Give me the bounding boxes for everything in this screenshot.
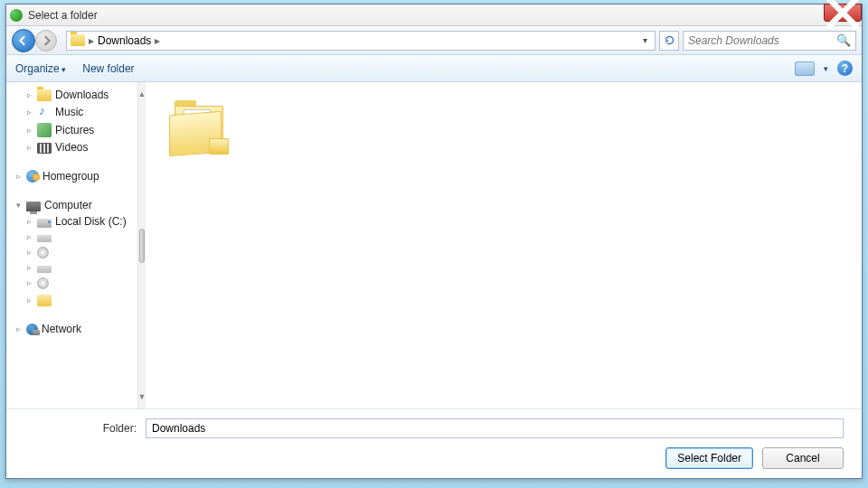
breadcrumb-current[interactable]: Downloads bbox=[98, 34, 151, 47]
navigation-tree: ▹Downloads ▹Music ▹Pictures ▹Videos ▹Hom… bbox=[6, 82, 138, 408]
disc-icon bbox=[37, 277, 49, 289]
sidebar-item-optical[interactable]: ▹ bbox=[8, 275, 136, 291]
sidebar-item-videos[interactable]: ▹Videos bbox=[8, 139, 136, 155]
help-button[interactable] bbox=[837, 61, 853, 76]
sidebar-item-label: Pictures bbox=[55, 124, 94, 136]
sidebar-item-drive[interactable]: ▹ bbox=[8, 260, 136, 275]
sidebar-item-drive[interactable]: ▹ bbox=[8, 230, 136, 244]
sidebar-item-label: Computer bbox=[44, 199, 92, 211]
chevron-down-icon[interactable]: ▾ bbox=[824, 64, 828, 73]
window-title: Select a folder bbox=[28, 9, 98, 22]
sidebar-item-homegroup[interactable]: ▹Homegroup bbox=[8, 168, 136, 184]
app-icon bbox=[10, 9, 23, 22]
view-options-button[interactable] bbox=[795, 61, 815, 76]
body: ▹Downloads ▹Music ▹Pictures ▹Videos ▹Hom… bbox=[6, 82, 862, 408]
drive-icon bbox=[37, 266, 52, 273]
refresh-button[interactable] bbox=[659, 31, 679, 51]
sidebar-item-downloads[interactable]: ▹Downloads bbox=[8, 86, 136, 103]
pictures-icon bbox=[37, 123, 52, 137]
new-folder-button[interactable]: New folder bbox=[82, 62, 134, 75]
breadcrumb[interactable]: ▸ Downloads ▸ ▾ bbox=[66, 31, 656, 51]
sidebar-item-music[interactable]: ▹Music bbox=[8, 103, 136, 121]
select-folder-button[interactable]: Select Folder bbox=[665, 447, 753, 469]
sidebar-item-label: Local Disk (C:) bbox=[55, 215, 127, 228]
network-icon bbox=[26, 324, 38, 335]
search-box[interactable]: 🔍 bbox=[683, 31, 856, 51]
folder-content[interactable] bbox=[146, 82, 862, 408]
toolbar: Organize New folder ▾ bbox=[6, 55, 862, 82]
sidebar-item-network[interactable]: ▹Network bbox=[8, 321, 136, 337]
sidebar-item-optical[interactable]: ▹ bbox=[8, 244, 136, 260]
sidebar-item-label: Videos bbox=[55, 141, 88, 154]
removable-icon bbox=[37, 295, 52, 306]
splitter[interactable]: ▲ ▼ bbox=[138, 82, 146, 408]
disk-icon bbox=[37, 219, 52, 228]
nav-forward-button[interactable] bbox=[35, 30, 57, 52]
cancel-button[interactable]: Cancel bbox=[762, 447, 844, 469]
breadcrumb-sep-icon: ▸ bbox=[89, 34, 94, 47]
close-icon bbox=[825, 0, 861, 31]
breadcrumb-sep-icon: ▸ bbox=[155, 34, 160, 47]
folder-name-input[interactable] bbox=[146, 418, 844, 438]
search-icon: 🔍 bbox=[836, 33, 851, 47]
sidebar-item-removable[interactable]: ▹ bbox=[8, 291, 136, 308]
search-input[interactable] bbox=[688, 34, 836, 47]
navbar: ▸ Downloads ▸ ▾ 🔍 bbox=[6, 26, 862, 55]
footer: Folder: Select Folder Cancel bbox=[6, 408, 862, 478]
folder-item[interactable] bbox=[169, 100, 232, 156]
arrow-right-icon bbox=[41, 35, 52, 46]
folder-icon bbox=[71, 34, 85, 46]
arrow-left-icon bbox=[18, 35, 29, 46]
music-icon bbox=[37, 105, 52, 119]
drive-icon bbox=[37, 235, 52, 242]
folder-icon bbox=[37, 89, 52, 101]
disc-icon bbox=[37, 247, 49, 258]
close-button[interactable] bbox=[824, 4, 862, 22]
breadcrumb-dropdown[interactable]: ▾ bbox=[639, 35, 651, 45]
sidebar-item-computer[interactable]: ▾Computer bbox=[8, 197, 136, 213]
folder-label: Folder: bbox=[19, 422, 137, 435]
refresh-icon bbox=[664, 34, 675, 46]
scrollbar-thumb[interactable] bbox=[139, 229, 145, 263]
sidebar-item-label: Music bbox=[55, 106, 83, 118]
homegroup-icon bbox=[26, 170, 39, 183]
sidebar-item-label: Downloads bbox=[55, 89, 108, 101]
sidebar-item-pictures[interactable]: ▹Pictures bbox=[8, 121, 136, 139]
folder-picker-dialog: Select a folder ▸ Downloads ▸ ▾ 🔍 Organi… bbox=[5, 4, 863, 479]
sidebar-item-label: Network bbox=[42, 323, 81, 335]
video-icon bbox=[37, 143, 52, 154]
titlebar: Select a folder bbox=[6, 5, 862, 26]
sidebar-item-label: Homegroup bbox=[42, 170, 99, 183]
nav-back-button[interactable] bbox=[12, 29, 35, 52]
organize-menu[interactable]: Organize bbox=[15, 62, 66, 75]
computer-icon bbox=[26, 202, 41, 211]
sidebar-item-local-disk[interactable]: ▹Local Disk (C:) bbox=[8, 213, 136, 230]
